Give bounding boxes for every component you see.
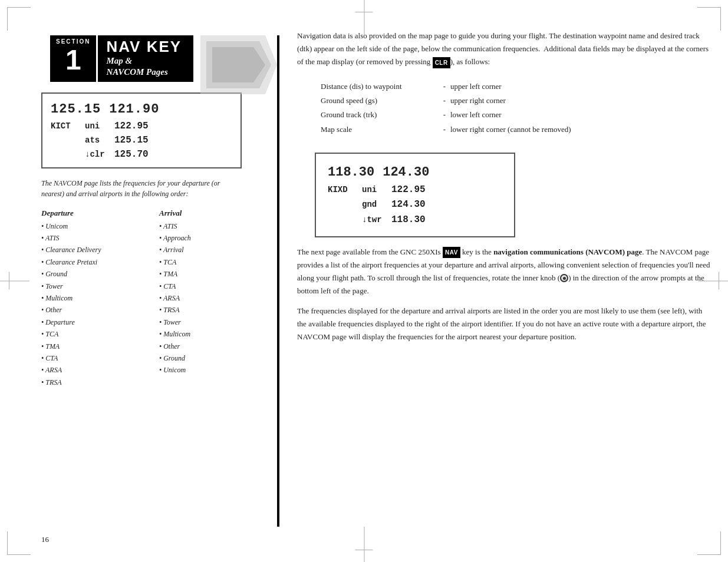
freq-row2-label: uni [85,120,106,133]
lcd-row3-label: gnd [362,198,383,211]
page-number: 16 [41,529,265,544]
crosshair-bottom [364,527,364,562]
freq-spacer2 [51,148,77,161]
data-field-dash: - [439,123,450,136]
departure-list-item: Clearance Delivery [41,244,147,256]
inner-knob-icon [560,274,568,282]
section-number: 1 [55,46,92,78]
crosshair-right [699,281,728,282]
data-field-dash: - [439,108,450,121]
departure-list-item: ARSA [41,364,147,376]
subtitle-line2: NAVCOM Pages [106,67,182,78]
data-field-label: Distance (dis) to waypoint [321,80,439,93]
departure-list-item: CTA [41,352,147,364]
arrival-list-item: TCA [159,256,265,268]
data-field-value: lower left corner [450,108,710,121]
freq-spacer [51,134,77,147]
corner-decoration-br [697,531,721,555]
arrival-title: Arrival [159,209,265,218]
freq-row4-val: 125.70 [114,147,149,161]
arrival-list-item: ARSA [159,292,265,304]
corner-decoration-tr [697,7,721,31]
nav-badge: NAV [443,247,460,258]
freq-row2-val: 122.95 [114,119,149,133]
arrival-list-item: TRSA [159,304,265,316]
nav-key-label: NAV KEY [106,38,182,55]
data-field-label: Map scale [321,123,439,136]
arrival-list: Arrival ATISApproachArrivalTCATMACTAARSA… [159,209,265,388]
arrival-items: ATISApproachArrivalTCATMACTAARSATRSATowe… [159,220,265,376]
freq-row4-label: ↓clr [85,148,106,161]
para1: Navigation data is also provided on the … [297,29,710,68]
lcd-row2-label: uni [362,183,383,196]
arrival-list-item: Multicom [159,328,265,340]
departure-list-item: Clearance Pretaxi [41,256,147,268]
data-field-dash: - [439,80,450,93]
lcd-row4-label: ↓twr [362,213,383,226]
departure-title: Departure [41,209,147,218]
data-field-row: Ground track (trk) - lower left corner [321,108,710,121]
data-field-label: Ground track (trk) [321,108,439,121]
right-column: Navigation data is also provided on the … [279,18,710,544]
freq-row3-label: ats [85,134,106,147]
departure-list-item: Multicom [41,292,147,304]
departure-list-item: Tower [41,280,147,292]
subtitle-line1: Map & [106,55,182,67]
left-column: SECTION 1 NAV KEY Map & NAVCOM Pages 125… [18,18,277,544]
departure-list-item: TRSA [41,376,147,388]
corner-decoration-tl [7,7,31,31]
lcd-active-freq: 118.30 [328,162,374,183]
lcd-row3-val: 124.30 [391,197,426,213]
data-field-value: upper right corner [450,94,710,107]
data-field-row: Distance (dis) to waypoint - upper left … [321,80,710,93]
departure-list-item: Departure [41,316,147,328]
arrival-list-item: ATIS [159,220,265,232]
clr-badge: CLR [433,57,450,68]
arrival-list-item: CTA [159,280,265,292]
knob-center [563,277,566,280]
departure-list-item: TCA [41,328,147,340]
data-field-value: upper left corner [450,80,710,93]
arrival-list-item: Unicom [159,364,265,376]
active-freq: 125.15 [51,100,101,119]
data-field-label: Ground speed (gs) [321,94,439,107]
frequency-display-box: 125.15 121.90 KICT uni 122.95 ats 125.15… [41,92,242,168]
lcd-spacer [328,198,354,211]
data-fields-table: Distance (dis) to waypoint - upper left … [321,80,710,137]
para2: The next page available from the GNC 250… [297,246,710,297]
para3: The frequencies displayed for the depart… [297,305,710,343]
freq-id: KICT [51,120,77,133]
frequency-list: Departure UnicomATISClearance DeliveryCl… [41,209,265,388]
arrival-list-item: Other [159,340,265,352]
navcom-caption: The NAVCOM page lists the frequencies fo… [41,178,242,199]
arrival-list-item: Approach [159,232,265,244]
freq-row3-val: 125.15 [114,133,149,147]
lcd-spacer2 [328,213,354,226]
lcd-row4-val: 118.30 [391,213,426,228]
arrival-list-item: Tower [159,316,265,328]
lcd-standby-freq: 124.30 [383,162,429,183]
data-field-value: lower right corner (cannot be removed) [450,123,710,136]
corner-decoration-bl [7,531,31,555]
departure-list-item: ATIS [41,232,147,244]
arrival-list-item: Ground [159,352,265,364]
departure-list-item: Unicom [41,220,147,232]
lcd-display-box: 118.30 124.30 KIXD uni 122.95 gnd 124.30… [315,153,515,237]
data-field-row: Map scale - lower right corner (cannot b… [321,123,710,136]
departure-list-item: Ground [41,268,147,280]
lcd-row2-val: 122.95 [391,183,426,198]
lcd-id: KIXD [328,183,354,196]
departure-list-item: TMA [41,340,147,352]
standby-freq: 121.90 [109,100,159,119]
arrival-list-item: Arrival [159,244,265,256]
departure-list: Departure UnicomATISClearance DeliveryCl… [41,209,147,388]
arrival-list-item: TMA [159,268,265,280]
data-field-dash: - [439,94,450,107]
crosshair-top [364,0,364,35]
data-field-row: Ground speed (gs) - upper right corner [321,94,710,107]
crosshair-left [0,281,29,282]
departure-items: UnicomATISClearance DeliveryClearance Pr… [41,220,147,388]
departure-list-item: Other [41,304,147,316]
